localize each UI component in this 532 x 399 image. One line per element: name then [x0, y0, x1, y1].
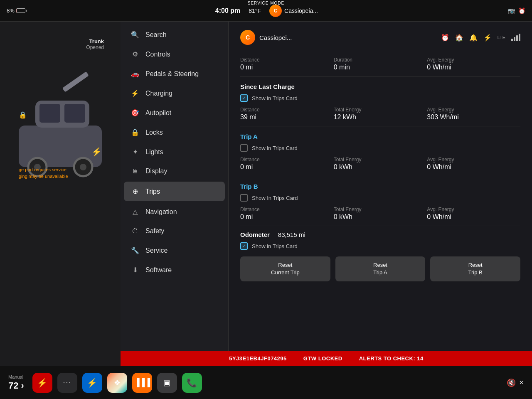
battery-bar — [16, 8, 25, 13]
svg-rect-2 — [62, 71, 89, 92]
reset-current-trip-button[interactable]: ResetCurrent Trip — [240, 256, 330, 281]
gear-number: 72 — [8, 380, 18, 391]
car-illustration: ⚡ 🔒 ge port requires service ging may be… — [15, 59, 106, 192]
menu-label-search: Search — [145, 31, 167, 39]
temp-display: 81°F — [249, 7, 261, 14]
lte-label: LTE — [498, 35, 505, 40]
trip-b-show-checkbox[interactable] — [240, 194, 248, 202]
reset-trip-a-button[interactable]: ResetTrip A — [335, 256, 426, 281]
divider-1 — [240, 76, 520, 76]
error-message: ge port requires service ging may be una… — [19, 167, 102, 180]
bluetooth-header-icon[interactable]: ⚡ — [483, 34, 492, 42]
controls-icon: ⚙ — [131, 50, 140, 58]
odometer-show-label: Show in Trips Card — [252, 243, 298, 249]
profile-avatar: C — [269, 5, 282, 17]
trip-a-show-checkbox[interactable] — [240, 144, 248, 152]
battery-fill — [17, 9, 17, 12]
menu-item-search[interactable]: 🔍 Search — [121, 25, 228, 44]
safety-icon: ⏱ — [131, 227, 140, 235]
menu-item-controls[interactable]: ⚙ Controls — [121, 44, 228, 64]
display-icon: 🖥 — [131, 167, 140, 175]
status-bar-center: SERVICE MODE 4:00 pm 81°F C Cassiopeia..… — [25, 5, 508, 17]
alerts-display: ALERTS TO CHECK: 14 — [359, 355, 424, 362]
recent-avg-value: 0 Wh/mi — [427, 64, 520, 71]
menu-item-service[interactable]: 🔧 Service — [121, 241, 228, 260]
signal-bar-1 — [511, 39, 513, 41]
menu-label-lights: Lights — [145, 148, 163, 156]
main-area: Trunk Opened ⚡ — [0, 22, 532, 366]
trip-b-show-row: Show In Trips Card — [240, 194, 520, 202]
signal-bar-4 — [519, 34, 520, 41]
app-flash[interactable]: ⚡ — [32, 373, 52, 393]
since-show-checkbox[interactable] — [240, 94, 248, 102]
odometer-row: Odometer 83,515 mi — [240, 231, 520, 238]
mute-label: ✕ — [519, 379, 524, 386]
profile-area[interactable]: C Cassiopeia... — [269, 5, 318, 17]
menu-label-charging: Charging — [145, 90, 172, 97]
odometer-show-checkbox[interactable] — [240, 242, 248, 250]
menu-item-pedals[interactable]: 🚗 Pedals & Steering — [121, 64, 228, 84]
since-show-label: Show in Trips Card — [252, 95, 298, 101]
status-bar-right: 📷 ⏰ — [508, 7, 525, 14]
software-icon: ⬇ — [131, 266, 140, 274]
recent-distance-label: Distance — [240, 57, 334, 63]
vin-display: 5YJ3E1EB4JF074295 — [229, 355, 287, 362]
service-mode-label: SERVICE MODE — [248, 1, 285, 5]
menu-panel: 🔍 Search ⚙ Controls 🚗 Pedals & Steering … — [121, 22, 229, 366]
reset-current-label: ResetCurrent Trip — [271, 262, 300, 276]
menu-item-lights[interactable]: ✦ Lights — [121, 142, 228, 162]
alarm-header-icon[interactable]: ⏰ — [441, 34, 449, 42]
menu-item-locks[interactable]: 🔒 Locks — [121, 123, 228, 142]
menu-item-software[interactable]: ⬇ Software — [121, 260, 228, 280]
autopilot-icon: 🎯 — [131, 109, 140, 117]
time-display: 4:00 pm — [215, 7, 240, 15]
trip-a-avg-label: Avg. Energy — [427, 157, 520, 163]
bars-app-icon: ▐▐▐ — [134, 378, 150, 387]
app-tiles[interactable]: ❖ — [107, 373, 127, 393]
app-bars[interactable]: ▐▐▐ — [132, 373, 152, 393]
app-bluetooth[interactable]: ⚡ — [82, 373, 102, 393]
menu-item-navigation[interactable]: △ Navigation — [121, 202, 228, 222]
menu-item-display[interactable]: 🖥 Display — [121, 162, 228, 181]
charging-icon: ⚡ — [131, 89, 140, 97]
home-header-icon[interactable]: 🏠 — [455, 34, 463, 42]
app-more[interactable]: ··· — [57, 373, 77, 393]
volume-icon[interactable]: 🔇 — [507, 378, 516, 387]
recent-trip-stats: Distance 0 mi Duration 0 min Avg. Energy… — [240, 57, 520, 71]
since-total-energy-label: Total Energy — [334, 107, 427, 113]
recent-avg-energy: Avg. Energy 0 Wh/mi — [427, 57, 520, 71]
app-card[interactable]: ▣ — [157, 373, 177, 393]
taskbar-apps: ⚡ ··· ⚡ ❖ ▐▐▐ ▣ 📞 — [32, 373, 507, 393]
locks-icon: 🔒 — [131, 128, 140, 136]
menu-label-navigation: Navigation — [145, 208, 177, 216]
card-app-icon: ▣ — [163, 378, 170, 387]
alarm-icon[interactable]: ⏰ — [518, 7, 525, 14]
menu-item-charging[interactable]: ⚡ Charging — [121, 84, 228, 103]
trip-b-title: Trip B — [240, 183, 520, 190]
navigation-icon: △ — [131, 208, 140, 216]
gear-arrow: › — [21, 380, 24, 391]
menu-item-trips[interactable]: ⊕ Trips — [124, 182, 225, 201]
reset-a-label: ResetTrip A — [373, 262, 387, 276]
menu-item-safety[interactable]: ⏱ Safety — [121, 222, 228, 241]
content-panel: C Cassiopei... ⏰ 🏠 🔔 ⚡ LTE Distance — [229, 22, 532, 366]
menu-item-autopilot[interactable]: 🎯 Autopilot — [121, 103, 228, 123]
error-line1: ge port requires service — [19, 167, 66, 172]
recent-distance-value: 0 mi — [240, 64, 334, 71]
divider-3 — [240, 176, 520, 176]
signal-bar-3 — [516, 35, 518, 41]
trip-a-distance-label: Distance — [240, 157, 334, 163]
svg-rect-4 — [64, 104, 85, 123]
reset-trip-b-button[interactable]: ResetTrip B — [430, 256, 520, 281]
app-phone[interactable]: 📞 — [182, 373, 202, 393]
reset-buttons-row: ResetCurrent Trip ResetTrip A ResetTrip … — [240, 256, 520, 281]
recent-duration-label: Duration — [334, 57, 427, 63]
search-icon: 🔍 — [131, 31, 140, 39]
since-total-energy-value: 12 kWh — [334, 113, 427, 121]
gear-label: Manual — [8, 374, 24, 379]
content-profile-header: C Cassiopei... ⏰ 🏠 🔔 ⚡ LTE — [240, 30, 520, 50]
trips-icon: ⊕ — [131, 187, 140, 195]
camera-icon: 📷 — [508, 7, 515, 14]
odometer-show-row: Show in Trips Card — [240, 242, 520, 250]
bell-header-icon[interactable]: 🔔 — [469, 34, 478, 42]
